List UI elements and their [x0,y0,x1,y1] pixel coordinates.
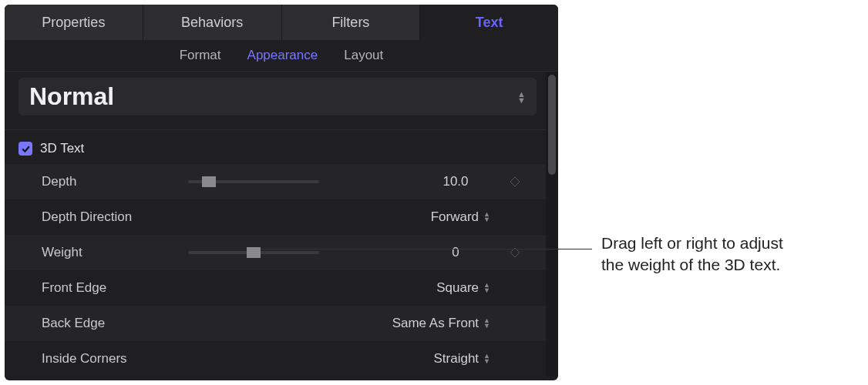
tab-text[interactable]: Text [420,5,558,40]
param-depth-label: Depth [42,174,188,189]
depth-keyframe-icon[interactable] [498,177,532,186]
checkbox-3d-text-label: 3D Text [40,141,84,156]
checkbox-3d-text[interactable] [19,142,32,156]
updown-icon: ▲▼ [483,212,490,223]
depth-value[interactable]: 10.0 [421,174,490,189]
tab-behaviors[interactable]: Behaviors [143,5,282,40]
front-edge-popup[interactable]: Square ▲▼ [436,280,490,296]
weight-slider[interactable] [188,245,319,260]
annotation-line1: Drag left or right to adjust [601,234,783,252]
preset-label: Normal [29,82,114,111]
inside-corners-value: Straight [433,351,479,367]
annotation-text: Drag left or right to adjust the weight … [601,233,856,276]
updown-icon: ▲▼ [483,318,490,329]
updown-icon: ▲▼ [483,353,490,364]
param-list: Depth 10.0 [5,164,546,377]
param-depth-direction-row: Depth Direction Forward ▲▼ [5,199,546,235]
content-area: Normal ▲▼ 3D Text Depth [5,72,558,377]
tab-properties[interactable]: Properties [5,5,143,40]
param-back-edge-row: Back Edge Same As Front ▲▼ [5,306,546,341]
checkbox-3d-text-row: 3D Text [5,130,546,164]
scroll-area: Normal ▲▼ 3D Text Depth [5,72,546,377]
back-edge-value: Same As Front [392,316,479,331]
param-weight-label: Weight [42,245,188,260]
updown-icon: ▲▼ [517,91,526,103]
param-depth-row: Depth 10.0 [5,164,546,199]
back-edge-popup[interactable]: Same As Front ▲▼ [392,316,490,331]
scrollbar-thumb[interactable] [548,75,556,175]
subtab-layout[interactable]: Layout [344,48,383,63]
updown-icon: ▲▼ [483,283,490,293]
weight-value[interactable]: 0 [421,245,490,260]
param-front-edge-label: Front Edge [42,280,188,296]
subtab-format[interactable]: Format [180,48,221,63]
front-edge-value: Square [436,280,479,296]
param-back-edge-label: Back Edge [42,316,188,331]
param-depth-direction-label: Depth Direction [42,209,188,225]
main-tabbar: Properties Behaviors Filters Text [5,5,558,40]
param-inside-corners-label: Inside Corners [42,351,188,367]
param-front-edge-row: Front Edge Square ▲▼ [5,270,546,306]
param-weight-row: Weight 0 [5,235,546,270]
tab-filters[interactable]: Filters [282,5,421,40]
annotation-line2: the weight of the 3D text. [601,256,780,273]
inside-corners-popup[interactable]: Straight ▲▼ [433,351,490,367]
text-subtabs: Format Appearance Layout [5,40,558,72]
subtab-appearance[interactable]: Appearance [247,48,318,63]
depth-direction-value: Forward [431,209,479,225]
depth-direction-popup[interactable]: Forward ▲▼ [431,209,490,225]
callout-line [261,249,592,249]
depth-slider[interactable] [188,174,319,189]
depth-slider-thumb[interactable] [202,176,216,187]
weight-slider-thumb[interactable] [247,247,261,258]
inspector-panel: Properties Behaviors Filters Text Format… [5,5,558,380]
preset-row: Normal ▲▼ [5,72,546,130]
preset-popup[interactable]: Normal ▲▼ [19,78,537,116]
param-inside-corners-row: Inside Corners Straight ▲▼ [5,341,546,377]
vertical-scrollbar[interactable] [546,72,558,377]
